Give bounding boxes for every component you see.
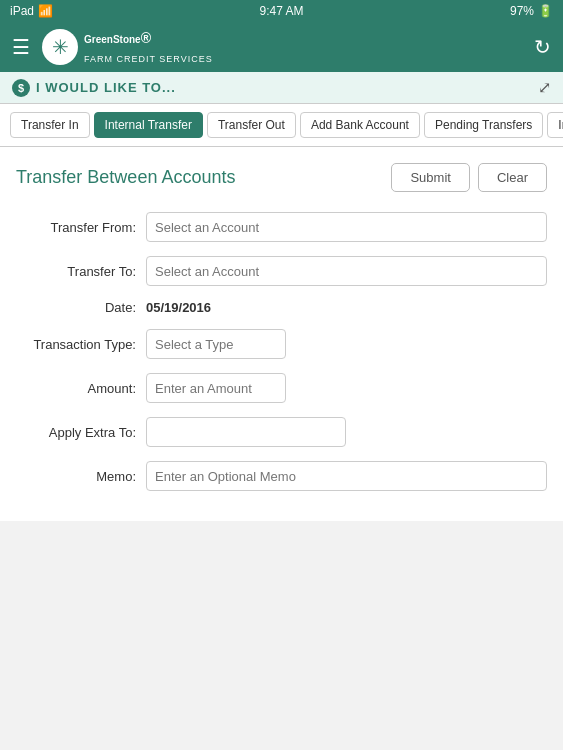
transfer-from-row: Transfer From:: [16, 212, 547, 242]
logo-icon: ✳: [42, 29, 78, 65]
dollar-icon: $: [12, 79, 30, 97]
snowflake-icon: ✳: [52, 35, 69, 59]
apply-extra-to-input[interactable]: [146, 417, 346, 447]
apply-extra-to-row: Apply Extra To:: [16, 417, 547, 447]
status-bar: iPad 📶 9:47 AM 97% 🔋: [0, 0, 563, 22]
tab-pending-transfers[interactable]: Pending Transfers: [424, 112, 543, 138]
memo-input[interactable]: [146, 461, 547, 491]
submit-button[interactable]: Submit: [391, 163, 469, 192]
brand-subtitle: FARM CREDIT SERVICES: [84, 54, 213, 64]
tab-transfer-in[interactable]: Transfer In: [10, 112, 90, 138]
registered-mark: ®: [141, 30, 151, 46]
brand-name: GreenStone®: [84, 30, 213, 55]
expand-icon[interactable]: ⤢: [538, 78, 551, 97]
tab-transfer-out[interactable]: Transfer Out: [207, 112, 296, 138]
banner: $ I WOULD LIKE TO... ⤢: [0, 72, 563, 104]
tabs-container: Transfer In Internal Transfer Transfer O…: [0, 104, 563, 147]
transfer-from-input[interactable]: [146, 212, 547, 242]
memo-row: Memo:: [16, 461, 547, 491]
status-bar-right: 97% 🔋: [510, 4, 553, 18]
device-label: iPad: [10, 4, 34, 18]
battery-icon: 🔋: [538, 4, 553, 18]
status-bar-left: iPad 📶: [10, 4, 53, 18]
amount-label: Amount:: [16, 381, 146, 396]
transfer-to-label: Transfer To:: [16, 264, 146, 279]
logo: ✳ GreenStone® FARM CREDIT SERVICES: [42, 29, 213, 65]
status-time: 9:47 AM: [259, 4, 303, 18]
action-buttons: Submit Clear: [391, 163, 547, 192]
app-header: ☰ ✳ GreenStone® FARM CREDIT SERVICES ↻: [0, 22, 563, 72]
main-content: Transfer Between Accounts Submit Clear T…: [0, 147, 563, 521]
tab-internal-transfer[interactable]: Internal Transfer: [94, 112, 203, 138]
transaction-type-row: Transaction Type:: [16, 329, 547, 359]
date-label: Date:: [16, 300, 146, 315]
transfer-to-input[interactable]: [146, 256, 547, 286]
banner-title: I WOULD LIKE TO...: [36, 80, 176, 95]
refresh-icon[interactable]: ↻: [534, 35, 551, 59]
battery-percent: 97%: [510, 4, 534, 18]
logo-text: GreenStone® FARM CREDIT SERVICES: [84, 30, 213, 65]
amount-input[interactable]: [146, 373, 286, 403]
transfer-from-label: Transfer From:: [16, 220, 146, 235]
tab-add-bank-account[interactable]: Add Bank Account: [300, 112, 420, 138]
banner-left: $ I WOULD LIKE TO...: [12, 79, 176, 97]
transaction-type-input[interactable]: [146, 329, 286, 359]
apply-extra-to-label: Apply Extra To:: [16, 425, 146, 440]
tab-in-process-transfers[interactable]: In Process Transfers: [547, 112, 563, 138]
menu-icon[interactable]: ☰: [12, 35, 30, 59]
transfer-form: Transfer From: Transfer To: Date: 05/19/…: [16, 212, 547, 491]
header-left: ☰ ✳ GreenStone® FARM CREDIT SERVICES: [12, 29, 213, 65]
date-value: 05/19/2016: [146, 300, 211, 315]
section-title: Transfer Between Accounts: [16, 167, 235, 188]
memo-label: Memo:: [16, 469, 146, 484]
amount-row: Amount:: [16, 373, 547, 403]
section-header: Transfer Between Accounts Submit Clear: [16, 163, 547, 192]
transaction-type-label: Transaction Type:: [16, 337, 146, 352]
date-row: Date: 05/19/2016: [16, 300, 547, 315]
clear-button[interactable]: Clear: [478, 163, 547, 192]
transfer-to-row: Transfer To:: [16, 256, 547, 286]
wifi-icon: 📶: [38, 4, 53, 18]
